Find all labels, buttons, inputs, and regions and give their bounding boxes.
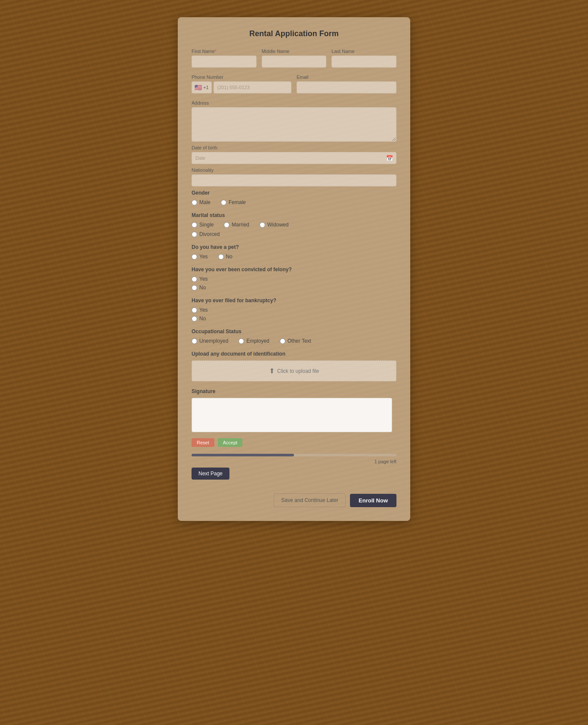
marital-widowed-radio[interactable] bbox=[260, 222, 265, 228]
gender-radio-group: Male Female bbox=[192, 199, 396, 205]
name-row: First Name* Middle Name Last Name bbox=[192, 49, 396, 68]
save-continue-button[interactable]: Save and Continue Later bbox=[274, 493, 346, 507]
dob-label: Date of birth bbox=[192, 145, 396, 150]
marital-label: Marital status bbox=[192, 212, 396, 218]
accept-button[interactable]: Accept bbox=[218, 438, 243, 447]
first-name-label: First Name* bbox=[192, 49, 257, 54]
marital-married-label: Married bbox=[232, 222, 249, 228]
middle-name-group: Middle Name bbox=[262, 49, 327, 68]
felony-no-option[interactable]: No bbox=[192, 285, 396, 291]
upload-label: Upload any document of identification bbox=[192, 351, 396, 357]
bankruptcy-yes-option[interactable]: Yes bbox=[192, 307, 396, 313]
marital-divorced-radio[interactable] bbox=[192, 232, 197, 237]
calendar-icon: 📅 bbox=[386, 155, 393, 161]
nationality-label: Nationality bbox=[192, 167, 396, 173]
form-title: Rental Application Form bbox=[192, 29, 396, 38]
gender-male-radio[interactable] bbox=[192, 200, 197, 205]
gender-male-label: Male bbox=[199, 199, 210, 205]
phone-input-row: 🇺🇸 +1 bbox=[192, 81, 291, 93]
gender-female-radio[interactable] bbox=[221, 200, 226, 205]
phone-input[interactable] bbox=[214, 81, 291, 93]
occupation-unemployed-radio[interactable] bbox=[192, 338, 197, 344]
address-input[interactable] bbox=[192, 107, 396, 142]
bankruptcy-no-label: No bbox=[199, 316, 206, 322]
last-name-input[interactable] bbox=[331, 56, 396, 68]
bankruptcy-radio-group: Yes No bbox=[192, 307, 396, 322]
felony-label: Have you ever been convicted of felony? bbox=[192, 266, 396, 273]
upload-area[interactable]: ⬆ Click to upload file bbox=[192, 360, 396, 381]
marital-section: Marital status Single Married Widowed Di… bbox=[192, 212, 396, 237]
bankruptcy-section: Have yo ever filed for bankruptcy? Yes N… bbox=[192, 297, 396, 322]
felony-yes-radio[interactable] bbox=[192, 276, 197, 282]
flag-icon: 🇺🇸 bbox=[195, 84, 202, 91]
email-input[interactable] bbox=[297, 81, 396, 93]
marital-divorced-label: Divorced bbox=[199, 231, 220, 237]
pet-yes-label: Yes bbox=[199, 254, 208, 260]
pet-yes-radio[interactable] bbox=[192, 254, 197, 260]
marital-radio-group: Single Married Widowed Divorced bbox=[192, 222, 396, 237]
phone-group: Phone Number 🇺🇸 +1 bbox=[192, 74, 291, 93]
upload-section: Upload any document of identification ⬆ … bbox=[192, 351, 396, 381]
marital-single-label: Single bbox=[199, 222, 214, 228]
phone-label: Phone Number bbox=[192, 74, 291, 80]
marital-widowed-option[interactable]: Widowed bbox=[260, 222, 288, 228]
progress-section: 1 page left Next Page bbox=[192, 454, 396, 488]
pet-no-radio[interactable] bbox=[218, 254, 224, 260]
middle-name-label: Middle Name bbox=[262, 49, 327, 54]
marital-single-radio[interactable] bbox=[192, 222, 197, 228]
pet-section: Do you have a pet? Yes No bbox=[192, 244, 396, 260]
marital-married-radio[interactable] bbox=[224, 222, 229, 228]
felony-no-radio[interactable] bbox=[192, 285, 197, 291]
marital-married-option[interactable]: Married bbox=[224, 222, 249, 228]
phone-flag-selector[interactable]: 🇺🇸 +1 bbox=[192, 81, 212, 93]
email-group: Email bbox=[297, 74, 396, 93]
dob-input[interactable] bbox=[192, 152, 396, 164]
bankruptcy-no-radio[interactable] bbox=[192, 316, 197, 322]
next-page-button[interactable]: Next Page bbox=[192, 468, 229, 480]
upload-text: Click to upload file bbox=[277, 368, 319, 374]
occupation-other-option[interactable]: Other Text bbox=[280, 338, 311, 344]
address-group: Address bbox=[192, 100, 396, 142]
gender-female-label: Female bbox=[229, 199, 246, 205]
progress-bar-background bbox=[192, 454, 396, 456]
occupation-other-radio[interactable] bbox=[280, 338, 285, 344]
marital-widowed-label: Widowed bbox=[267, 222, 288, 228]
email-label: Email bbox=[297, 74, 396, 80]
occupation-unemployed-label: Unemployed bbox=[199, 338, 228, 344]
signature-buttons: Reset Accept bbox=[192, 438, 396, 447]
gender-male-option[interactable]: Male bbox=[192, 199, 210, 205]
occupation-employed-label: Employed bbox=[246, 338, 269, 344]
last-name-group: Last Name bbox=[331, 49, 396, 68]
gender-female-option[interactable]: Female bbox=[221, 199, 246, 205]
middle-name-input[interactable] bbox=[262, 56, 327, 68]
dob-group: Date of birth 📅 bbox=[192, 145, 396, 164]
pet-no-label: No bbox=[226, 254, 232, 260]
felony-yes-option[interactable]: Yes bbox=[192, 276, 396, 282]
last-name-label: Last Name bbox=[331, 49, 396, 54]
felony-no-label: No bbox=[199, 285, 206, 291]
signature-canvas[interactable] bbox=[192, 398, 392, 432]
reset-button[interactable]: Reset bbox=[192, 438, 214, 447]
bankruptcy-yes-radio[interactable] bbox=[192, 307, 197, 313]
phone-code: +1 bbox=[203, 85, 209, 90]
first-name-input[interactable] bbox=[192, 56, 257, 68]
bankruptcy-label: Have yo ever filed for bankruptcy? bbox=[192, 297, 396, 304]
marital-divorced-option[interactable]: Divorced bbox=[192, 231, 396, 237]
occupation-employed-radio[interactable] bbox=[238, 338, 244, 344]
nationality-input[interactable] bbox=[192, 174, 396, 186]
address-label: Address bbox=[192, 100, 396, 105]
occupation-employed-option[interactable]: Employed bbox=[238, 338, 269, 344]
enroll-now-button[interactable]: Enroll Now bbox=[350, 494, 396, 507]
dob-input-wrapper: 📅 bbox=[192, 152, 396, 164]
pet-no-option[interactable]: No bbox=[218, 254, 232, 260]
nationality-group: Nationality bbox=[192, 167, 396, 186]
upload-icon: ⬆ bbox=[269, 367, 275, 375]
marital-single-option[interactable]: Single bbox=[192, 222, 214, 228]
pet-radio-group: Yes No bbox=[192, 254, 396, 260]
progress-text: 1 page left bbox=[192, 459, 396, 464]
bankruptcy-yes-label: Yes bbox=[199, 307, 208, 313]
pet-yes-option[interactable]: Yes bbox=[192, 254, 208, 260]
bankruptcy-no-option[interactable]: No bbox=[192, 316, 396, 322]
occupation-unemployed-option[interactable]: Unemployed bbox=[192, 338, 228, 344]
phone-email-row: Phone Number 🇺🇸 +1 Email bbox=[192, 74, 396, 93]
